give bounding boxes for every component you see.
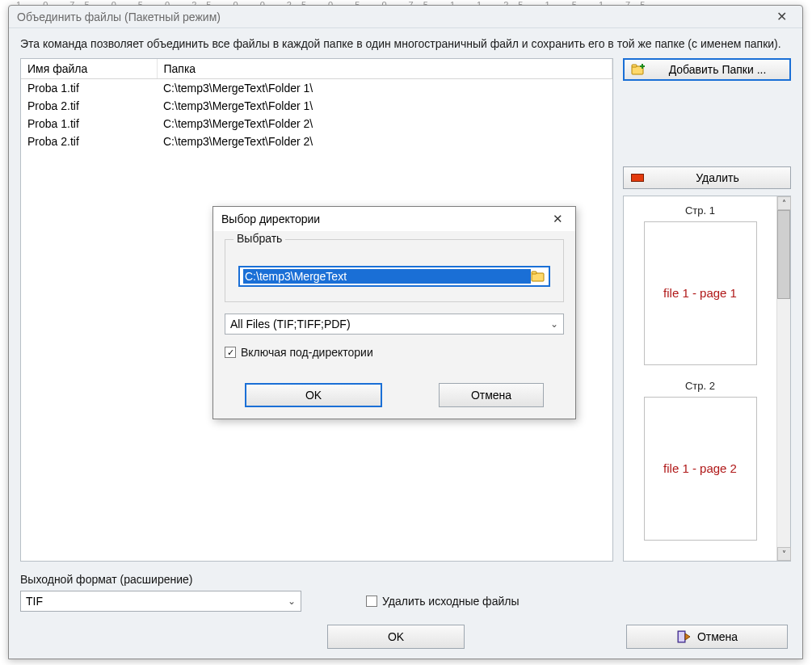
svg-rect-6	[679, 632, 684, 642]
col-header-name[interactable]: Имя файла	[21, 59, 157, 79]
exit-door-icon	[676, 629, 691, 644]
choose-directory-dialog: Выбор директории ✕ Выбрать C:\temp3\Merg…	[212, 206, 576, 419]
cell-name: Proba 2.tif	[21, 97, 157, 115]
dialog-title: Выбор директории	[221, 213, 545, 225]
output-format-select[interactable]: TIF ⌄	[20, 591, 301, 612]
delete-source-checkbox[interactable]: Удалить исходные файлы	[366, 595, 519, 608]
cell-folder: C:\temp3\MergeText\Folder 2\	[157, 115, 612, 133]
dialog-titlebar: Выбор директории ✕	[213, 207, 575, 231]
delete-icon	[630, 170, 645, 185]
add-folders-button[interactable]: Добавить Папки ...	[623, 58, 791, 81]
file-filter-value: All Files (TIF;TIFF;PDF)	[230, 318, 351, 330]
close-icon: ✕	[776, 9, 787, 24]
choose-group-legend: Выбрать	[234, 232, 285, 245]
preview-page-label: Стр. 2	[685, 380, 715, 392]
cell-folder: C:\temp3\MergeText\Folder 1\	[157, 97, 612, 115]
preview-scrollbar[interactable]: ˄ ˅	[776, 196, 790, 561]
scroll-thumb[interactable]	[777, 210, 790, 299]
window-titlebar: Объединить файлы (Пакетный режим) ✕	[9, 6, 802, 28]
cell-folder: C:\temp3\MergeText\Folder 1\	[157, 79, 612, 97]
main-cancel-button[interactable]: Отмена	[626, 625, 788, 649]
svg-marker-7	[685, 633, 690, 640]
dialog-ok-label: OK	[305, 389, 322, 402]
main-cancel-label: Отмена	[697, 630, 738, 643]
preview-page-label: Стр. 1	[685, 204, 715, 217]
output-format-value: TIF	[26, 595, 43, 608]
cell-name: Proba 2.tif	[21, 133, 157, 150]
close-icon: ✕	[553, 212, 563, 226]
output-format-label: Выходной формат (расширение)	[20, 573, 791, 586]
checkbox-icon	[366, 596, 377, 607]
delete-label: Удалить	[651, 171, 784, 184]
browse-folder-icon[interactable]	[531, 271, 545, 282]
description-text: Эта команда позволяет объединить все фай…	[20, 36, 791, 52]
cell-name: Proba 1.tif	[21, 115, 157, 133]
cell-folder: C:\temp3\MergeText\Folder 2\	[157, 133, 612, 150]
table-row[interactable]: Proba 2.tif C:\temp3\MergeText\Folder 1\	[21, 97, 612, 115]
main-ok-label: OK	[388, 630, 404, 643]
chevron-down-icon: ⌄	[288, 596, 296, 607]
svg-rect-1	[632, 65, 637, 67]
add-folders-label: Добавить Папки ...	[652, 63, 783, 76]
include-subdirs-checkbox[interactable]: Включая под-директории	[225, 346, 564, 359]
window-close-button[interactable]: ✕	[765, 7, 797, 27]
main-ok-button[interactable]: OK	[327, 625, 465, 649]
checkbox-checked-icon	[225, 347, 236, 358]
table-row[interactable]: Proba 2.tif C:\temp3\MergeText\Folder 2\	[21, 133, 612, 150]
preview-page-thumb: file 1 - page 2	[644, 397, 757, 541]
preview-panel: Стр. 1 file 1 - page 1 Стр. 2 file 1 - p…	[623, 196, 791, 562]
dialog-cancel-button[interactable]: Отмена	[439, 383, 544, 407]
window-title: Объединить файлы (Пакетный режим)	[17, 11, 765, 23]
scroll-down-icon[interactable]: ˅	[777, 547, 791, 561]
delete-source-label: Удалить исходные файлы	[382, 595, 519, 608]
scroll-up-icon[interactable]: ˄	[777, 196, 791, 210]
file-filter-select[interactable]: All Files (TIF;TIFF;PDF) ⌄	[225, 314, 564, 335]
table-row[interactable]: Proba 1.tif C:\temp3\MergeText\Folder 1\	[21, 79, 612, 97]
preview-page[interactable]: Стр. 2 file 1 - page 2	[644, 380, 757, 541]
dialog-cancel-label: Отмена	[471, 389, 511, 402]
folder-add-icon	[631, 62, 646, 77]
chevron-down-icon: ⌄	[550, 318, 558, 330]
dialog-ok-button[interactable]: OK	[245, 383, 382, 407]
preview-page[interactable]: Стр. 1 file 1 - page 1	[644, 204, 757, 365]
table-row[interactable]: Proba 1.tif C:\temp3\MergeText\Folder 2\	[21, 115, 612, 133]
include-subdirs-label: Включая под-директории	[241, 346, 373, 359]
dialog-close-button[interactable]: ✕	[545, 210, 570, 228]
directory-path-value: C:\temp3\MergeText	[243, 269, 531, 284]
svg-rect-9	[532, 271, 536, 274]
cell-name: Proba 1.tif	[21, 79, 157, 97]
preview-page-thumb: file 1 - page 1	[644, 221, 757, 365]
choose-group: Выбрать C:\temp3\MergeText	[225, 239, 564, 302]
merge-files-window: Объединить файлы (Пакетный режим) ✕ Эта …	[8, 5, 803, 659]
delete-button[interactable]: Удалить	[623, 166, 791, 189]
directory-path-input[interactable]: C:\temp3\MergeText	[238, 266, 550, 287]
col-header-folder[interactable]: Папка	[157, 59, 612, 79]
